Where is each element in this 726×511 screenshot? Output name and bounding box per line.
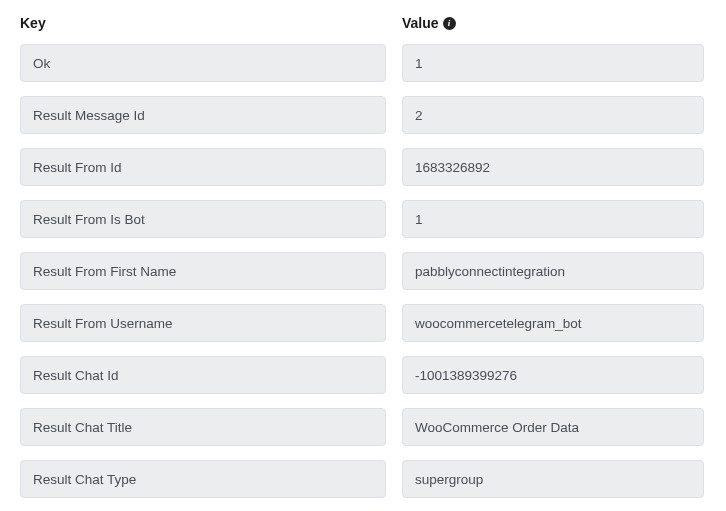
key-text: Result From Username: [33, 316, 173, 331]
value-text: 2: [415, 108, 423, 123]
value-text: 1: [415, 212, 423, 227]
key-field[interactable]: Result From Id: [20, 148, 386, 186]
key-text: Result From Id: [33, 160, 122, 175]
key-header-label: Key: [20, 15, 46, 31]
key-field[interactable]: Result Chat Id: [20, 356, 386, 394]
value-text: 1: [415, 56, 423, 71]
key-field[interactable]: Result Chat Type: [20, 460, 386, 498]
key-header: Key: [20, 14, 386, 32]
value-field[interactable]: 1683326892: [402, 148, 704, 186]
value-field[interactable]: -1001389399276: [402, 356, 704, 394]
key-text: Ok: [33, 56, 50, 71]
value-field[interactable]: WooCommerce Order Data: [402, 408, 704, 446]
value-text: pabblyconnectintegration: [415, 264, 565, 279]
value-field[interactable]: 2: [402, 96, 704, 134]
key-field[interactable]: Result Chat Title: [20, 408, 386, 446]
key-column: Key Ok Result Message Id Result From Id …: [20, 14, 386, 511]
value-text: -1001389399276: [415, 368, 517, 383]
value-header: Value i: [402, 14, 704, 32]
key-text: Result From First Name: [33, 264, 176, 279]
info-icon[interactable]: i: [443, 17, 456, 30]
key-field[interactable]: Result From First Name: [20, 252, 386, 290]
key-text: Result Chat Title: [33, 420, 132, 435]
key-text: Result Chat Id: [33, 368, 119, 383]
value-text: WooCommerce Order Data: [415, 420, 579, 435]
value-text: woocommercetelegram_bot: [415, 316, 582, 331]
key-field[interactable]: Result From Is Bot: [20, 200, 386, 238]
key-text: Result Chat Type: [33, 472, 136, 487]
value-field[interactable]: pabblyconnectintegration: [402, 252, 704, 290]
key-field[interactable]: Result From Username: [20, 304, 386, 342]
value-text: supergroup: [415, 472, 483, 487]
key-text: Result From Is Bot: [33, 212, 145, 227]
key-field[interactable]: Ok: [20, 44, 386, 82]
key-field[interactable]: Result Message Id: [20, 96, 386, 134]
value-field[interactable]: 1: [402, 44, 704, 82]
value-header-label: Value: [402, 15, 439, 31]
value-text: 1683326892: [415, 160, 490, 175]
key-text: Result Message Id: [33, 108, 145, 123]
value-column: Value i 1 2 1683326892 1 pabblyconnectin…: [402, 14, 704, 511]
value-field[interactable]: 1: [402, 200, 704, 238]
value-field[interactable]: woocommercetelegram_bot: [402, 304, 704, 342]
value-field[interactable]: supergroup: [402, 460, 704, 498]
key-value-columns: Key Ok Result Message Id Result From Id …: [20, 14, 706, 511]
